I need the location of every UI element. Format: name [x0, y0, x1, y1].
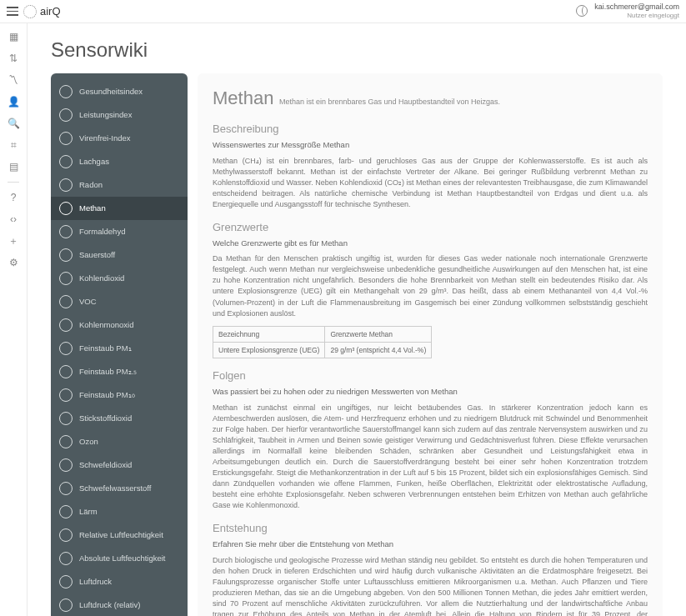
nav-dashboard-icon[interactable]: ▦ [5, 28, 22, 45]
sidebar-item-2[interactable]: Virenfrei-Index [51, 127, 188, 150]
sidebar-item-19[interactable]: Relative Luftfeuchtigkeit [51, 523, 188, 547]
sensor-icon [59, 295, 73, 308]
sidebar-item-5[interactable]: Methan [51, 197, 188, 220]
sidebar-item-10[interactable]: Kohlenmonoxid [51, 313, 188, 337]
sensor-icon [59, 528, 73, 542]
sensor-icon [59, 365, 73, 378]
nav-search-icon[interactable]: 🔍 [5, 115, 22, 132]
nav-settings-icon[interactable]: ⚙ [5, 254, 22, 271]
sidebar-item-7[interactable]: Sauerstoff [51, 243, 188, 267]
logo-icon [23, 5, 37, 18]
sensor-icon [59, 202, 73, 215]
sidebar-item-16[interactable]: Schwefeldioxid [51, 453, 188, 477]
sidebar-item-label: Feinstaub PM₁₀ [79, 391, 135, 399]
sensor-icon [59, 598, 73, 612]
limits-table: BezeichnungGrenzwerte Methan Untere Expl… [213, 326, 432, 359]
section-sub: Erfahren Sie mehr über die Entstehung vo… [213, 538, 648, 550]
table-cell: Untere Explosionsgrenze (UEG) [213, 342, 325, 358]
table-header: Grenzwerte Methan [325, 326, 432, 342]
section-text: Methan ist zunächst einmal ein ungiftige… [213, 403, 648, 511]
sensor-icon [59, 552, 73, 565]
sensor-icon [59, 85, 73, 98]
section-heading-entstehung: Entstehung [213, 521, 648, 537]
nav-add-icon[interactable]: ＋ [5, 233, 22, 249]
article-title: Methan [213, 88, 273, 108]
section-text: Da Methan für den Menschen praktisch ung… [213, 253, 648, 318]
sidebar-item-label: Stickstoffdioxid [79, 414, 132, 423]
page-title: Sensorwiki [51, 38, 663, 62]
sidebar-item-22[interactable]: Luftdruck (relativ) [51, 593, 188, 616]
sensor-icon [59, 482, 73, 495]
nav-scan-icon[interactable]: ⌗ [5, 137, 22, 153]
section-sub: Was passiert bei zu hohen oder zu niedri… [213, 386, 648, 398]
sensor-icon [59, 108, 73, 122]
nav-compare-icon[interactable]: ⇅ [5, 50, 22, 67]
sidebar-item-label: Schwefelwasserstoff [79, 484, 151, 493]
nav-chart-icon[interactable]: 〽 [5, 72, 22, 88]
sidebar-item-label: Lachgas [79, 158, 109, 166]
sidebar-item-17[interactable]: Schwefelwasserstoff [51, 477, 188, 500]
menu-toggle-icon[interactable] [7, 6, 18, 18]
article: Methan Methan ist ein brennbares Gas und… [198, 73, 663, 616]
main-content: Sensorwiki GesundheitsindexLeistungsinde… [28, 23, 686, 616]
sidebar-item-11[interactable]: Feinstaub PM₁ [51, 337, 188, 360]
sidebar-item-4[interactable]: Radon [51, 173, 188, 197]
user-block[interactable]: kai.schmerer@gmail.com Nutzer eingeloggt [594, 3, 679, 19]
nav-widgets-icon[interactable]: ▤ [5, 158, 22, 175]
section-text: Durch biologische und geologische Prozes… [213, 555, 648, 616]
sidebar-item-21[interactable]: Luftdruck [51, 570, 188, 593]
sensor-icon [59, 178, 73, 192]
user-status: Nutzer eingeloggt [594, 12, 679, 20]
sidebar-item-8[interactable]: Kohlendioxid [51, 267, 188, 290]
sidebar-item-label: VOC [79, 298, 97, 306]
sidebar-item-15[interactable]: Ozon [51, 430, 188, 453]
sidebar-item-label: Leistungsindex [79, 111, 132, 119]
topbar: airQ kai.schmerer@gmail.com Nutzer einge… [0, 0, 686, 23]
sidebar-item-label: Absolute Luftfeuchtigkeit [79, 554, 166, 563]
article-tagline: Methan ist ein brennbares Gas und Hauptb… [279, 98, 500, 106]
user-email: kai.schmerer@gmail.com [594, 3, 679, 12]
sidebar-item-label: Methan [79, 204, 106, 213]
sidebar-item-18[interactable]: Lärm [51, 500, 188, 523]
sidebar-item-20[interactable]: Absolute Luftfeuchtigkeit [51, 547, 188, 570]
sensor-icon [59, 412, 73, 425]
sensor-icon [59, 505, 73, 518]
logo-text: airQ [40, 5, 61, 18]
sensor-icon [59, 388, 73, 402]
sidebar-item-9[interactable]: VOC [51, 290, 188, 313]
nav-user-icon[interactable]: 👤 [5, 93, 22, 110]
sidebar-item-label: Lärm [79, 508, 98, 516]
language-icon[interactable] [576, 5, 588, 17]
sidebar-item-0[interactable]: Gesundheitsindex [51, 80, 188, 103]
nav-help-icon[interactable]: ? [5, 189, 22, 206]
sidebar-item-label: Feinstaub PM₂.₅ [79, 368, 137, 376]
sidebar-item-3[interactable]: Lachgas [51, 150, 188, 173]
sidebar-item-label: Feinstaub PM₁ [79, 344, 132, 353]
logo[interactable]: airQ [23, 5, 61, 18]
sidebar-item-label: Virenfrei-Index [79, 134, 131, 143]
sidebar-item-label: Luftdruck (relativ) [79, 601, 140, 609]
table-cell: 29 g/m³ (entspricht 4,4 Vol.-%) [325, 342, 432, 358]
left-nav: ▦ ⇅ 〽 👤 🔍 ⌗ ▤ ? ‹› ＋ ⚙ [0, 23, 28, 616]
sensor-icon [59, 575, 73, 588]
sensor-icon [59, 318, 73, 332]
sidebar-item-label: Kohlendioxid [79, 274, 124, 283]
sensor-icon [59, 272, 73, 285]
sensor-icon [59, 248, 73, 262]
sidebar-item-label: Schwefeldioxid [79, 461, 132, 469]
sidebar-item-13[interactable]: Feinstaub PM₁₀ [51, 383, 188, 407]
sensor-icon [59, 435, 73, 448]
sidebar-item-label: Radon [79, 181, 103, 189]
sidebar-item-label: Kohlenmonoxid [79, 321, 134, 329]
table-header: Bezeichnung [213, 326, 325, 342]
sidebar-item-12[interactable]: Feinstaub PM₂.₅ [51, 360, 188, 383]
nav-code-icon[interactable]: ‹› [5, 211, 22, 228]
sidebar-item-label: Luftdruck [79, 578, 112, 586]
sidebar-item-1[interactable]: Leistungsindex [51, 103, 188, 127]
sidebar-item-6[interactable]: Formaldehyd [51, 220, 188, 243]
sidebar-item-label: Formaldehyd [79, 228, 125, 236]
section-sub: Welche Grenzwerte gibt es für Methan [213, 238, 648, 249]
sensor-icon [59, 132, 73, 145]
sensor-icon [59, 225, 73, 238]
sidebar-item-14[interactable]: Stickstoffdioxid [51, 407, 188, 430]
